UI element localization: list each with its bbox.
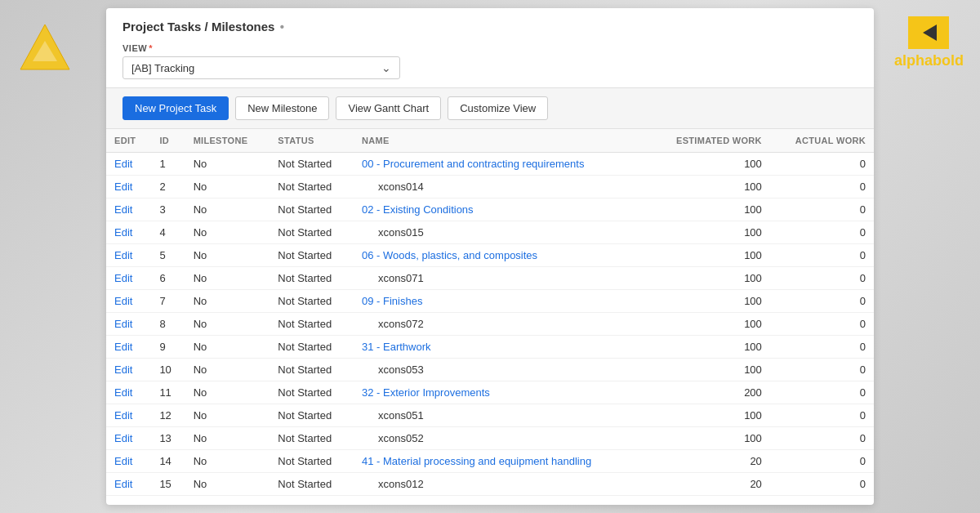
row-id: 11 bbox=[151, 381, 185, 404]
task-name-link[interactable]: 00 - Procurement and contracting require… bbox=[362, 158, 584, 170]
task-name: xcons072 bbox=[362, 318, 424, 330]
logo-left bbox=[16, 16, 74, 76]
edit-link[interactable]: Edit bbox=[114, 203, 132, 216]
task-name: xcons071 bbox=[362, 272, 424, 284]
edit-link[interactable]: Edit bbox=[114, 272, 132, 284]
task-name-link[interactable]: 09 - Finishes bbox=[362, 295, 422, 307]
row-milestone: No bbox=[185, 199, 270, 221]
edit-link[interactable]: Edit bbox=[114, 181, 132, 193]
title-dot: • bbox=[280, 20, 284, 33]
row-id: 1 bbox=[151, 153, 185, 176]
row-actual-work: 0 bbox=[770, 473, 874, 496]
chevron-down-icon: ⌄ bbox=[381, 61, 391, 74]
row-id: 12 bbox=[151, 404, 185, 427]
svg-marker-3 bbox=[923, 25, 937, 41]
row-estimated-work: 100 bbox=[648, 359, 769, 381]
row-status: Not Started bbox=[270, 153, 354, 176]
row-milestone: No bbox=[185, 176, 270, 199]
edit-link[interactable]: Edit bbox=[114, 455, 132, 467]
edit-link[interactable]: Edit bbox=[114, 158, 132, 170]
row-status: Not Started bbox=[270, 427, 354, 450]
edit-link[interactable]: Edit bbox=[114, 341, 132, 353]
edit-link[interactable]: Edit bbox=[114, 386, 132, 399]
col-name: NAME bbox=[354, 129, 648, 153]
col-edit: EDIT bbox=[106, 129, 151, 153]
task-name-link[interactable]: 31 - Earthwork bbox=[362, 341, 431, 353]
table-row: Edit9NoNot Started31 - Earthwork1000 bbox=[106, 336, 874, 359]
table-row: Edit7NoNot Started09 - Finishes1000 bbox=[106, 290, 874, 313]
row-actual-work: 0 bbox=[770, 267, 874, 290]
row-estimated-work: 100 bbox=[648, 221, 769, 244]
row-estimated-work: 100 bbox=[648, 336, 769, 359]
row-milestone: No bbox=[185, 450, 270, 473]
customize-view-button[interactable]: Customize View bbox=[448, 96, 548, 120]
task-name: xcons015 bbox=[362, 226, 424, 239]
row-actual-work: 0 bbox=[770, 153, 874, 176]
row-actual-work: 0 bbox=[770, 381, 874, 404]
col-estimated-work: ESTIMATED WORK bbox=[648, 129, 769, 153]
row-milestone: No bbox=[185, 244, 270, 267]
task-name-link[interactable]: 32 - Exterior Improvements bbox=[362, 386, 490, 399]
table-row: Edit11NoNot Started32 - Exterior Improve… bbox=[106, 381, 874, 404]
new-project-task-button[interactable]: New Project Task bbox=[122, 96, 229, 120]
row-actual-work: 0 bbox=[770, 244, 874, 267]
row-actual-work: 0 bbox=[770, 290, 874, 313]
new-milestone-button[interactable]: New Milestone bbox=[235, 96, 329, 120]
edit-link[interactable]: Edit bbox=[114, 432, 132, 444]
edit-link[interactable]: Edit bbox=[114, 478, 132, 490]
row-id: 7 bbox=[151, 290, 185, 313]
row-estimated-work: 100 bbox=[648, 176, 769, 199]
col-milestone: MILESTONE bbox=[185, 129, 270, 153]
row-actual-work: 0 bbox=[770, 313, 874, 336]
edit-link[interactable]: Edit bbox=[114, 295, 132, 307]
row-id: 3 bbox=[151, 199, 185, 221]
table-row: Edit10NoNot Startedxcons0531000 bbox=[106, 359, 874, 381]
logo-right-brandname: alphabold bbox=[894, 52, 964, 69]
logo-right: alphabold bbox=[894, 16, 964, 69]
row-milestone: No bbox=[185, 404, 270, 427]
view-select-value: [AB] Tracking bbox=[131, 62, 194, 74]
view-label: VIEW* bbox=[122, 43, 858, 53]
task-name: xcons014 bbox=[362, 181, 424, 193]
panel-title: Project Tasks / Milestones • bbox=[122, 20, 858, 33]
task-name-link[interactable]: 02 - Existing Conditions bbox=[362, 203, 474, 216]
table-row: Edit5NoNot Started06 - Woods, plastics, … bbox=[106, 244, 874, 267]
row-estimated-work: 100 bbox=[648, 404, 769, 427]
row-status: Not Started bbox=[270, 267, 354, 290]
row-actual-work: 0 bbox=[770, 199, 874, 221]
row-estimated-work: 100 bbox=[648, 153, 769, 176]
row-milestone: No bbox=[185, 381, 270, 404]
edit-link[interactable]: Edit bbox=[114, 409, 132, 422]
row-estimated-work: 100 bbox=[648, 427, 769, 450]
table-row: Edit2NoNot Startedxcons0141000 bbox=[106, 176, 874, 199]
row-status: Not Started bbox=[270, 244, 354, 267]
row-id: 6 bbox=[151, 267, 185, 290]
task-name: xcons012 bbox=[362, 478, 424, 490]
view-gantt-chart-button[interactable]: View Gantt Chart bbox=[336, 96, 441, 120]
table-row: Edit4NoNot Startedxcons0151000 bbox=[106, 221, 874, 244]
row-actual-work: 0 bbox=[770, 221, 874, 244]
table-row: Edit12NoNot Startedxcons0511000 bbox=[106, 404, 874, 427]
tasks-table: EDIT ID MILESTONE STATUS NAME ESTIMATED … bbox=[106, 129, 874, 496]
table-row: Edit3NoNot Started02 - Existing Conditio… bbox=[106, 199, 874, 221]
task-name: xcons051 bbox=[362, 409, 424, 422]
row-actual-work: 0 bbox=[770, 404, 874, 427]
row-actual-work: 0 bbox=[770, 450, 874, 473]
row-milestone: No bbox=[185, 153, 270, 176]
table-row: Edit14NoNot Started41 - Material process… bbox=[106, 450, 874, 473]
edit-link[interactable]: Edit bbox=[114, 226, 132, 239]
task-name-link[interactable]: 41 - Material processing and equipment h… bbox=[362, 455, 591, 467]
row-status: Not Started bbox=[270, 176, 354, 199]
task-name-link[interactable]: 06 - Woods, plastics, and composites bbox=[362, 249, 537, 261]
row-estimated-work: 200 bbox=[648, 381, 769, 404]
edit-link[interactable]: Edit bbox=[114, 364, 132, 376]
main-panel: Project Tasks / Milestones • VIEW* [AB] … bbox=[106, 8, 874, 505]
edit-link[interactable]: Edit bbox=[114, 318, 132, 330]
edit-link[interactable]: Edit bbox=[114, 249, 132, 261]
row-estimated-work: 100 bbox=[648, 244, 769, 267]
view-select-dropdown[interactable]: [AB] Tracking ⌄ bbox=[122, 56, 400, 79]
row-status: Not Started bbox=[270, 381, 354, 404]
row-status: Not Started bbox=[270, 336, 354, 359]
table-row: Edit15NoNot Startedxcons012200 bbox=[106, 473, 874, 496]
row-id: 13 bbox=[151, 427, 185, 450]
